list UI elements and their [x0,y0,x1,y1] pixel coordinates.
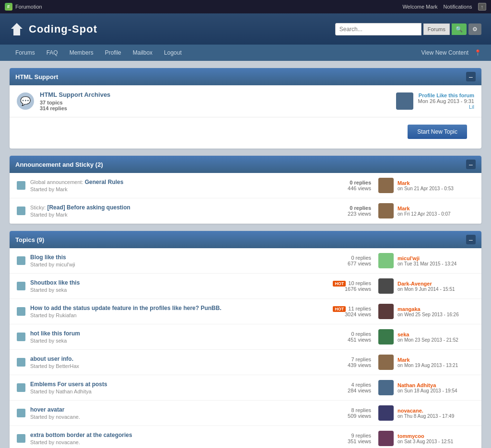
html-support-section: HTML Support – 💬 HTML Support Archives 3… [10,68,481,149]
hot-forum-link[interactable]: hot like this forum [30,330,80,337]
notifications-link[interactable]: Notifications [444,4,472,10]
search-scope-button[interactable]: Forums [423,23,450,35]
topic-last: seka on Mon 23 Sep 2013 - 21:52 [378,329,474,345]
topic-started: Started by seka [30,287,328,293]
search-button[interactable]: 🔍 [452,23,467,35]
started-link[interactable]: novacane. [56,414,80,420]
started-link[interactable]: BetterHax [56,363,79,369]
topic-last: novacane. on Thu 8 Aug 2013 - 17:49 [378,405,474,421]
last-user[interactable]: mangaka [397,306,459,312]
topic-info: Emblems For users at posts Started by Na… [30,381,328,394]
started-link[interactable]: seka [56,338,67,344]
nav-members[interactable]: Members [64,46,99,60]
forum-info: HTML Support Archives 37 topics 314 repl… [40,91,396,111]
brand-name: Forumotion [15,4,42,10]
topic-info: How to add the status update feature in … [30,305,328,318]
topic-last-info: novacane. on Thu 8 Aug 2013 - 17:49 [397,408,454,419]
avatar-img [378,304,394,319]
last-user[interactable]: tommycoo [397,433,453,439]
collapse-button[interactable]: – [466,72,476,81]
top-bar-actions: Welcome Mark Notifications ↑ [402,3,486,11]
sticky-label-line: Sticky: [Read] Before asking question [30,204,328,211]
announcement-collapse-button[interactable]: – [466,160,476,169]
last-post-title[interactable]: Profile Like this forum [418,92,474,98]
last-user[interactable]: novacane. [397,408,454,414]
table-row: How to add the status update feature in … [10,299,481,324]
forum-stats: 37 topics 314 replies [40,100,396,111]
topic-icon [17,333,25,341]
last-user[interactable]: micul'wji [397,255,456,261]
last-user[interactable]: Dark-Avenger [397,281,455,287]
last-user[interactable]: Nathan Adhitya [397,382,457,388]
announcement-last-user[interactable]: Mark [397,180,454,186]
announcement-stats: 0 replies 446 views [328,180,371,191]
sticky-started-by: Started by Mark [30,212,328,218]
topic-started: Started by micul'wji [30,262,328,267]
forum-row: 💬 HTML Support Archives 37 topics 314 re… [10,85,481,117]
started-link[interactable]: micul'wji [56,262,75,267]
upload-icon[interactable]: ↑ [478,3,487,11]
table-row: Sticky: [Read] Before asking question St… [10,198,481,224]
site-title[interactable]: Coding-Spot [29,23,97,35]
view-new-content-link[interactable]: View New Content [421,49,469,56]
topic-started: Started by seka [30,338,328,344]
general-rules-link[interactable]: General Rules [85,179,124,185]
top-bar-brand: F Forumotion [5,3,42,11]
started-link[interactable]: Nathan Adhitya [56,389,92,394]
sticky-label: Sticky: [30,205,47,210]
nav-mailbox[interactable]: Mailbox [127,46,158,60]
extra-border-link[interactable]: extra bottom border at the categories [30,432,132,438]
last-user[interactable]: Mark [397,357,458,363]
sticky-last-user[interactable]: Mark [397,206,451,211]
nav-right: View New Content 📍 [421,49,482,56]
emblems-link[interactable]: Emblems For users at posts [30,381,107,388]
avatar-img [378,278,394,294]
last-post-user[interactable]: Lil [418,104,474,110]
topic-info: extra bottom border at the categories St… [30,432,328,445]
last-user[interactable]: seka [397,332,458,337]
topics-header: Topics (9) – [10,231,481,248]
topic-last-info: Nathan Adhitya on Sun 18 Aug 2013 - 19:5… [397,382,457,393]
topic-last: Dark-Avenger on Mon 9 Jun 2014 - 15:51 [378,278,474,294]
shoutbox-link[interactable]: Shoutbox like this [30,279,80,286]
nav-left: Forums FAQ Members Profile Mailbox Logou… [10,46,187,60]
topic-started: Started by BetterHax [30,363,328,369]
user-info-link[interactable]: about user info. [30,356,73,362]
topic-icon [17,409,25,417]
pin-icon[interactable]: 📍 [474,49,481,56]
topic-last-info: tommycoo on Sat 3 Aug 2013 - 12:51 [397,433,453,444]
topic-info: Shoutbox like this Started by seka [30,279,328,293]
topics-collapse-button[interactable]: – [466,235,476,244]
topic-label-line: Global announcement: General Rules [30,179,328,185]
sticky-avatar [378,203,394,218]
replies-count: 314 replies [40,105,67,111]
started-link[interactable]: Rukiafan [56,312,76,318]
sticky-last-date: on Fri 12 Apr 2013 - 0:07 [397,211,451,217]
nav-faq[interactable]: FAQ [41,46,64,60]
hover-avatar-link[interactable]: hover avatar [30,406,64,413]
nav-logout[interactable]: Logout [158,46,187,60]
sticky-started-link[interactable]: Mark [56,212,67,218]
read-before-asking-link[interactable]: [Read] Before asking question [47,204,130,211]
started-by-link[interactable]: Mark [56,186,67,192]
welcome-text: Welcome Mark [402,4,437,10]
blog-like-link[interactable]: Blog like this [30,254,66,261]
forum-title-link[interactable]: HTML Support Archives [40,91,110,98]
nav-forums[interactable]: Forums [10,46,41,60]
topic-stats: HOT10 replies1676 views [328,280,371,292]
forum-last-avatar [396,92,413,110]
table-row: extra bottom border at the categories St… [10,426,481,448]
status-update-link[interactable]: How to add the status update feature in … [30,305,222,311]
settings-button[interactable]: ⚙ [468,23,481,35]
table-row: about user info. Started by BetterHax 7 … [10,350,481,375]
announcement-title: Announcement and Sticky (2) [15,161,103,168]
table-row: Blog like this Started by micul'wji 0 re… [10,248,481,274]
nav-profile[interactable]: Profile [99,46,127,60]
last-date: on Sun 18 Aug 2013 - 19:54 [397,388,457,393]
topic-started: Started by novacane. [30,414,328,420]
start-new-topic-button-1[interactable]: Start New Topic [408,125,467,139]
search-input[interactable] [335,23,421,35]
started-link[interactable]: seka [56,287,67,293]
started-link[interactable]: novacane. [56,439,80,445]
announcement-section: Announcement and Sticky (2) – Global ann… [10,156,481,224]
